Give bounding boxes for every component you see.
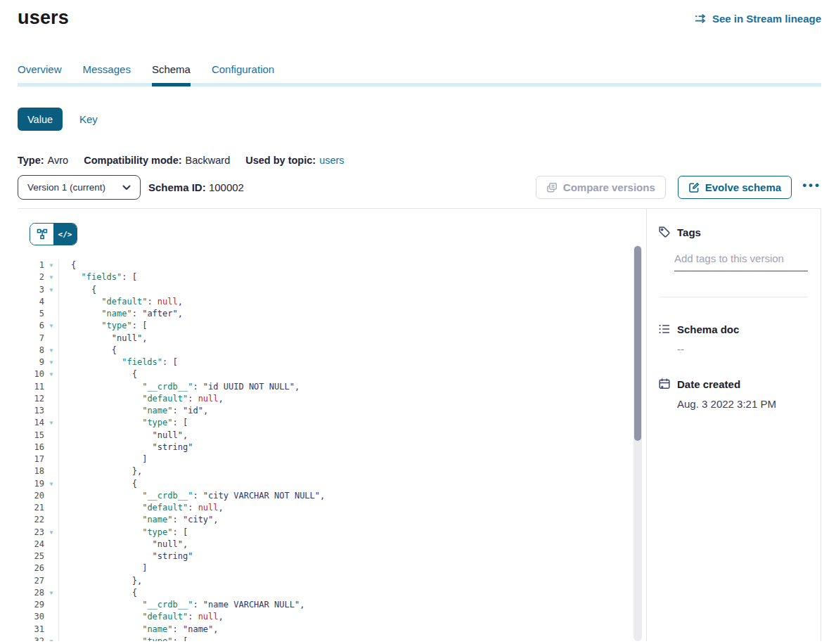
add-tags-input[interactable] xyxy=(674,252,808,264)
code-line: 6▼ "type": [ xyxy=(18,320,646,332)
code-view-button[interactable]: </> xyxy=(53,224,77,245)
code-text: "default": null, xyxy=(59,393,224,405)
code-text: "type": [ xyxy=(59,320,147,332)
code-text: "default": null, xyxy=(59,502,224,514)
schema-doc-section: Schema doc -- xyxy=(658,323,808,355)
fold-toggle-icon[interactable]: ▼ xyxy=(44,271,59,283)
calendar-plus-icon xyxy=(658,378,671,390)
line-number: 23 xyxy=(18,527,44,539)
tab-schema[interactable]: Schema xyxy=(152,63,191,86)
compare-versions-button[interactable]: Compare versions xyxy=(536,176,666,199)
compare-versions-label: Compare versions xyxy=(563,181,655,193)
code-text: { xyxy=(59,344,117,356)
code-text: "__crdb__": "name VARCHAR NULL", xyxy=(59,599,304,611)
fold-toggle-icon[interactable]: ▼ xyxy=(44,478,59,490)
code-line: 21 "default": null, xyxy=(18,502,646,514)
fold-gutter xyxy=(44,296,59,308)
line-number: 32 xyxy=(18,636,44,641)
type-label: Type: xyxy=(18,155,44,166)
stream-lineage-label: See in Stream lineage xyxy=(712,13,821,25)
tree-view-button[interactable] xyxy=(30,224,53,245)
code-line: 23▼ "type": [ xyxy=(18,527,646,539)
tags-section: Tags xyxy=(658,226,808,271)
fold-toggle-icon[interactable]: ▼ xyxy=(44,320,59,332)
code-line: 24 "null", xyxy=(18,539,646,550)
editor-view-toggle: </> xyxy=(30,223,77,245)
schema-id-label: Schema ID: xyxy=(148,181,206,193)
schema-page: users See in Stream lineage Overview Mes… xyxy=(0,0,836,644)
code-line: 5 "name": "after", xyxy=(18,308,646,320)
fold-toggle-icon[interactable]: ▼ xyxy=(44,259,59,271)
schema-sidebar: Tags Schema xyxy=(647,209,821,641)
code-text: { xyxy=(59,478,137,490)
fold-toggle-icon[interactable]: ▼ xyxy=(44,417,59,429)
editor-scrollbar-thumb[interactable] xyxy=(634,246,641,441)
code-text: "__crdb__": "id UUID NOT NULL", xyxy=(59,381,300,393)
code-text: "fields": [ xyxy=(59,356,178,368)
sidebar-divider xyxy=(660,297,808,297)
code-line: 28▼ { xyxy=(18,587,646,599)
fold-gutter xyxy=(44,624,59,636)
fold-toggle-icon[interactable]: ▼ xyxy=(44,636,59,641)
line-number: 21 xyxy=(18,502,44,514)
line-number: 16 xyxy=(18,442,44,453)
fold-gutter xyxy=(44,575,59,587)
line-number: 31 xyxy=(18,624,44,636)
code-text: "fields": [ xyxy=(59,271,137,283)
code-line: 32▼ "type": [ xyxy=(18,636,646,641)
stream-lineage-link[interactable]: See in Stream lineage xyxy=(695,13,821,25)
fold-toggle-icon[interactable]: ▼ xyxy=(44,344,59,356)
code-line: 30 "default": null, xyxy=(18,611,646,623)
line-number: 17 xyxy=(18,453,44,465)
tab-underline-track xyxy=(18,83,821,86)
code-text: "name": "id", xyxy=(59,405,208,417)
line-number: 7 xyxy=(18,333,44,344)
list-icon xyxy=(658,323,671,335)
version-select[interactable]: Version 1 (current) xyxy=(18,175,141,200)
date-created-value: Aug. 3 2022 3:21 PM xyxy=(677,398,808,410)
code-lines: 1▼{2▼ "fields": [3▼ {4 "default": null,5… xyxy=(18,259,646,641)
code-line: 22 "name": "city", xyxy=(18,514,646,526)
line-number: 1 xyxy=(18,259,44,271)
date-created-section: Date created Aug. 3 2022 3:21 PM xyxy=(658,378,808,410)
more-actions-button[interactable]: ••• xyxy=(802,179,821,195)
editor-scrollbar-track[interactable] xyxy=(634,245,642,641)
fold-gutter xyxy=(44,490,59,502)
fold-toggle-icon[interactable]: ▼ xyxy=(44,356,59,368)
line-number: 27 xyxy=(18,575,44,587)
evolve-schema-button[interactable]: Evolve schema xyxy=(678,176,792,199)
fold-gutter xyxy=(44,599,59,611)
code-text: "type": [ xyxy=(59,636,188,641)
line-number: 28 xyxy=(18,587,44,599)
code-text: "default": null, xyxy=(59,296,183,308)
line-number: 19 xyxy=(18,478,44,490)
fold-gutter xyxy=(44,539,59,550)
fold-gutter xyxy=(44,442,59,453)
line-number: 30 xyxy=(18,611,44,623)
code-text: { xyxy=(59,368,137,380)
value-toggle-button[interactable]: Value xyxy=(18,108,63,131)
fold-toggle-icon[interactable]: ▼ xyxy=(44,527,59,539)
fold-gutter xyxy=(44,405,59,417)
code-line: 17 ] xyxy=(18,453,646,465)
key-toggle-button[interactable]: Key xyxy=(79,113,98,125)
fold-toggle-icon[interactable]: ▼ xyxy=(44,368,59,380)
line-number: 4 xyxy=(18,296,44,308)
code-line: 15 "null", xyxy=(18,430,646,442)
code-text: { xyxy=(59,259,76,271)
topic-link[interactable]: users xyxy=(319,155,344,166)
code-line: 13 "name": "id", xyxy=(18,405,646,417)
fold-gutter xyxy=(44,393,59,405)
schema-doc-title: Schema doc xyxy=(677,323,739,335)
line-number: 29 xyxy=(18,599,44,611)
line-number: 24 xyxy=(18,539,44,550)
line-number: 25 xyxy=(18,550,44,562)
code-text: "string" xyxy=(59,442,193,453)
fold-toggle-icon[interactable]: ▼ xyxy=(44,284,59,296)
code-line: 16 "string" xyxy=(18,442,646,453)
page-header: users See in Stream lineage xyxy=(18,0,821,29)
schema-controls: Version 1 (current) Schema ID: 100002 Co… xyxy=(18,175,821,200)
fold-toggle-icon[interactable]: ▼ xyxy=(44,587,59,599)
line-number: 26 xyxy=(18,562,44,574)
code-text: }, xyxy=(59,465,142,477)
